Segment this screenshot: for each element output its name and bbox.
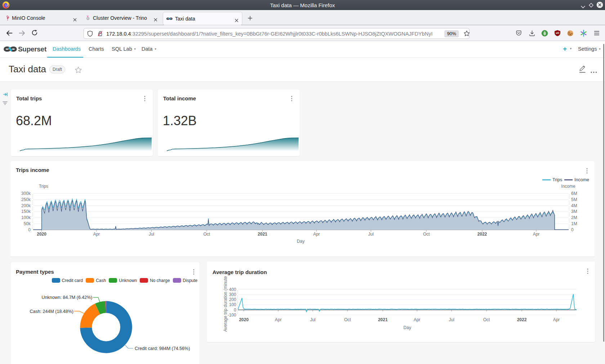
svg-text:200: 200 [229, 297, 236, 302]
svg-text:0: 0 [28, 227, 31, 232]
svg-text:2020: 2020 [37, 232, 46, 237]
svg-text:2021: 2021 [378, 317, 388, 322]
svg-text:Day: Day [403, 325, 411, 330]
svg-text:1M: 1M [571, 221, 577, 226]
svg-text:4M: 4M [571, 203, 577, 208]
svg-text:Income: Income [561, 184, 575, 189]
svg-text:Apr: Apr [313, 232, 320, 237]
svg-text:Oct: Oct [423, 232, 430, 237]
svg-text:2020: 2020 [239, 317, 249, 322]
svg-text:100k: 100k [21, 215, 31, 220]
svg-text:400: 400 [229, 287, 236, 292]
svg-text:-100: -100 [228, 313, 236, 318]
svg-text:300: 300 [229, 292, 236, 297]
svg-text:100: 100 [229, 302, 236, 307]
svg-text:Jul: Jul [368, 232, 373, 237]
svg-text:2022: 2022 [517, 317, 527, 322]
svg-text:Average trip duration (minute: Average trip duration (minute [223, 276, 228, 332]
svg-text:Cash: 244M (18.48%): Cash: 244M (18.48%) [30, 309, 73, 314]
svg-text:Oct: Oct [344, 317, 351, 322]
svg-text:uO: uO [556, 32, 559, 34]
svg-text:Apr: Apr [553, 317, 560, 322]
svg-text:200k: 200k [21, 203, 31, 208]
svg-text:50k: 50k [24, 221, 31, 226]
svg-text:300k: 300k [21, 191, 31, 196]
svg-text:250k: 250k [21, 197, 31, 202]
svg-text:Apr: Apr [275, 317, 282, 322]
svg-text:Unknown: 84.7M (6.42%): Unknown: 84.7M (6.42%) [41, 295, 92, 300]
svg-text:Jul: Jul [149, 232, 154, 237]
svg-text:5M: 5M [571, 197, 577, 202]
svg-text:150k: 150k [21, 209, 31, 214]
svg-text:Oct: Oct [203, 232, 210, 237]
svg-text:Jul: Jul [310, 317, 315, 322]
svg-text:2021: 2021 [258, 232, 268, 237]
svg-text:Apr: Apr [414, 317, 421, 322]
svg-text:Credit card: 984M (74.56%): Credit card: 984M (74.56%) [135, 346, 190, 351]
svg-text:Trips: Trips [39, 184, 48, 189]
svg-text:2M: 2M [571, 215, 577, 220]
svg-text:2022: 2022 [478, 232, 487, 237]
svg-text:Trips: Trips [552, 177, 562, 182]
svg-text:3M: 3M [571, 209, 577, 214]
svg-text:0: 0 [234, 308, 236, 313]
svg-text:Apr: Apr [93, 232, 100, 237]
svg-text:6M: 6M [571, 191, 577, 196]
svg-text:Apr: Apr [533, 232, 540, 237]
svg-text:Income: Income [574, 177, 589, 182]
svg-text:0: 0 [571, 227, 574, 232]
svg-text:Jul: Jul [449, 317, 454, 322]
svg-text:Day: Day [297, 239, 304, 244]
svg-text:Oct: Oct [483, 317, 490, 322]
